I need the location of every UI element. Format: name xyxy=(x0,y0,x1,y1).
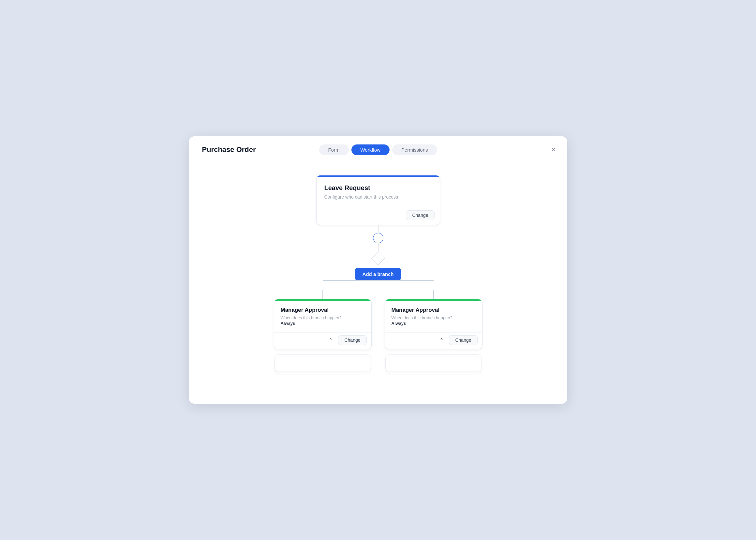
diamond-shape xyxy=(371,251,385,265)
branch-card-right: Manager Approval When does this branch h… xyxy=(385,299,482,349)
ghost-card-left-2 xyxy=(275,354,371,371)
card-title: Leave Request xyxy=(324,184,432,192)
collapse-button-right[interactable]: ⌃ xyxy=(438,336,445,345)
connector-line-2 xyxy=(378,243,378,251)
branch-card-footer-left: ⌃ Change xyxy=(274,332,371,349)
branch-card-when-value-left: Always xyxy=(281,321,365,326)
stacked-cards-left xyxy=(274,352,372,375)
leave-request-card: Leave Request Configure who can start th… xyxy=(316,175,440,225)
branch-connector-left xyxy=(322,290,323,299)
branch-card-left: Manager Approval When does this branch h… xyxy=(274,299,372,349)
connector-line-1 xyxy=(378,225,378,233)
branch-card-when-value-right: Always xyxy=(392,321,476,326)
branch-diamond xyxy=(371,251,385,265)
h-connector-bar xyxy=(323,280,434,281)
modal-body: Leave Request Configure who can start th… xyxy=(189,163,567,375)
branch-connector-right xyxy=(433,290,434,299)
modal-title: Purchase Order xyxy=(202,145,256,154)
branch-card-title-right: Manager Approval xyxy=(392,307,476,313)
close-button[interactable]: × xyxy=(551,146,556,153)
card-footer: Change xyxy=(316,207,440,225)
branch-change-button-left[interactable]: Change xyxy=(338,335,366,345)
branch-card-when-label-left: When does this branch happen? xyxy=(281,315,365,320)
ghost-card-right-2 xyxy=(385,354,482,371)
add-step-button[interactable]: + xyxy=(373,233,383,243)
tab-bar: Form Workflow Permissions xyxy=(319,144,437,155)
card-content: Leave Request Configure who can start th… xyxy=(316,177,440,203)
stacked-cards-right xyxy=(385,352,482,375)
collapse-button-left[interactable]: ⌃ xyxy=(327,336,335,345)
tab-form[interactable]: Form xyxy=(319,144,348,155)
branch-card-title-left: Manager Approval xyxy=(281,307,365,313)
branch-col-right: Manager Approval When does this branch h… xyxy=(378,280,489,375)
workflow-canvas: Leave Request Configure who can start th… xyxy=(189,175,567,375)
branch-card-when-label-right: When does this branch happen? xyxy=(392,315,476,320)
modal-header: Purchase Order Form Workflow Permissions… xyxy=(189,136,567,163)
tab-permissions[interactable]: Permissions xyxy=(392,144,437,155)
add-branch-button[interactable]: Add a branch xyxy=(355,268,402,280)
branch-col-left: Manager Approval When does this branch h… xyxy=(267,280,378,375)
tab-workflow[interactable]: Workflow xyxy=(351,144,389,155)
branch-card-content-left: Manager Approval When does this branch h… xyxy=(274,301,371,329)
card-subtitle: Configure who can start this process xyxy=(324,194,432,200)
leave-request-change-button[interactable]: Change xyxy=(406,210,434,220)
branch-card-content-right: Manager Approval When does this branch h… xyxy=(385,301,482,329)
branch-card-footer-right: ⌃ Change xyxy=(385,332,482,349)
branch-change-button-right[interactable]: Change xyxy=(449,335,477,345)
modal: Purchase Order Form Workflow Permissions… xyxy=(189,136,567,404)
